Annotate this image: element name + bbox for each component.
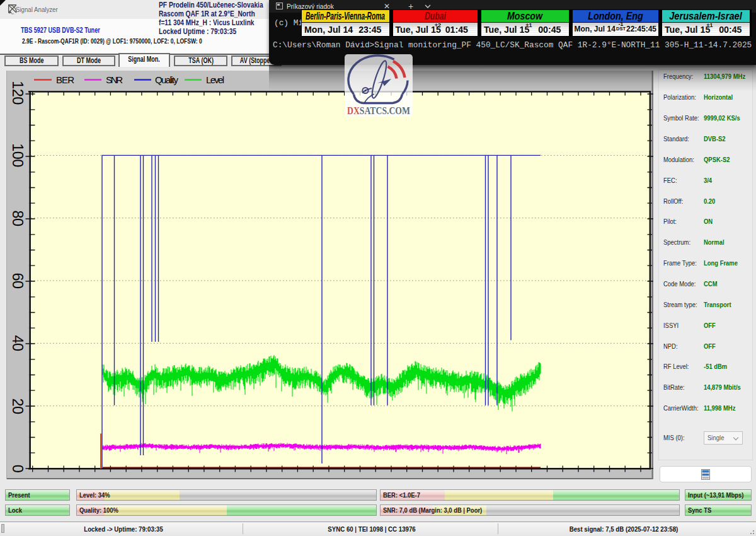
svg-text:SNR: SNR — [106, 74, 123, 85]
svg-text:DXSATCS.COM: DXSATCS.COM — [347, 105, 410, 116]
svg-text:Level: Level — [206, 74, 224, 85]
svg-text:Quality: Quality — [155, 74, 179, 85]
svg-text:BER: BER — [56, 74, 74, 85]
